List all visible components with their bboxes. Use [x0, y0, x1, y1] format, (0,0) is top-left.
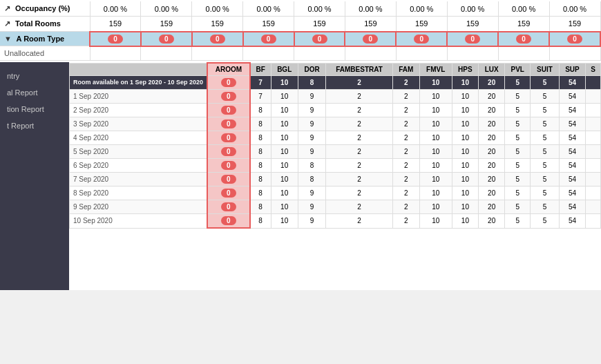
date-cell: 3 Sep 2020: [70, 117, 208, 131]
data-cell: 10: [419, 159, 452, 173]
data-cell: 10: [452, 90, 479, 104]
aroom-cell-8: 0: [447, 32, 498, 46]
sidebar-item-tion-report[interactable]: tion Report: [0, 101, 69, 117]
data-cell: 2: [392, 186, 419, 200]
aroom-cell-4: 0: [243, 32, 294, 46]
data-cell: 10: [452, 173, 479, 186]
aroom-cell-9: 0: [498, 32, 549, 46]
data-cell: 9: [298, 214, 326, 229]
data-cell: 10: [419, 90, 452, 104]
data-cell: 10: [271, 131, 298, 145]
data-cell: 10: [419, 104, 452, 117]
data-cell: 5: [505, 186, 531, 200]
data-cell: 10: [271, 117, 298, 131]
data-cell: 10: [452, 186, 479, 200]
arrow-icon: ↗: [4, 4, 10, 13]
aroom-data-cell: 0: [207, 104, 250, 117]
data-cell: 10: [271, 145, 298, 159]
aroom-label: ▼ A Room Type: [0, 32, 90, 46]
aroom-data-cell: 0: [207, 200, 250, 214]
sidebar: ntry al Report tion Report t Report: [0, 62, 69, 290]
date-cell: 5 Sep 2020: [70, 145, 208, 159]
table-row: 9 Sep 202008109221010205554: [70, 200, 601, 214]
table-row: 4 Sep 202008109221010205554: [70, 131, 601, 145]
data-cell: 8: [250, 186, 271, 200]
table-row: 1 Sep 202007109221010205554: [70, 90, 601, 104]
data-cell: 8: [298, 159, 326, 173]
data-cell: 9: [298, 200, 326, 214]
date-cell: 9 Sep 2020: [70, 200, 208, 214]
aroom-cell-7: 0: [396, 32, 447, 46]
main-table: AROOM BF BGL DOR FAMBESTRAT FAM FMVL HPS…: [69, 62, 601, 229]
sub-header-row: Room available on 1 Sep 2020 - 10 Sep 20…: [70, 76, 601, 90]
sub-header-aroom: 0: [207, 76, 250, 90]
data-cell: 9: [298, 90, 326, 104]
total-rooms-label: ↗ Total Rooms: [0, 17, 90, 32]
data-cell: 20: [479, 173, 505, 186]
data-cell: 20: [479, 214, 505, 229]
table-row: 10 Sep 202008109221010205554: [70, 214, 601, 229]
data-cell: 10: [452, 200, 479, 214]
data-cell: 20: [479, 200, 505, 214]
unallocated-label: Unallocated: [0, 46, 90, 61]
aroom-cell-10: 0: [549, 32, 600, 46]
aroom-data-cell: 0: [207, 117, 250, 131]
date-cell: 8 Sep 2020: [70, 186, 208, 200]
data-cell: 2: [326, 117, 392, 131]
data-cell: 10: [419, 173, 452, 186]
data-cell: 54: [559, 145, 586, 159]
data-cell: 5: [505, 200, 531, 214]
arrow-icon-2: ↗: [4, 19, 10, 28]
aroom-cell-1: 0: [90, 32, 141, 46]
sidebar-item-t-report[interactable]: t Report: [0, 117, 69, 134]
date-cell: 10 Sep 2020: [70, 214, 208, 229]
data-cell: 5: [505, 117, 531, 131]
data-cell: 5: [505, 104, 531, 117]
table-row: 3 Sep 202008109221010205554: [70, 117, 601, 131]
data-cell: 9: [298, 104, 326, 117]
data-cell: 2: [326, 159, 392, 173]
data-cell: 5: [505, 173, 531, 186]
data-cell: 2: [326, 214, 392, 229]
data-cell: 5: [531, 173, 559, 186]
aroom-cell-2: 0: [141, 32, 192, 46]
data-cell: 10: [452, 145, 479, 159]
data-cell: 20: [479, 159, 505, 173]
data-cell: 54: [559, 104, 586, 117]
aroom-data-cell: 0: [207, 145, 250, 159]
data-cell: 5: [531, 159, 559, 173]
data-cell: 10: [452, 159, 479, 173]
data-cell: 10: [271, 173, 298, 186]
data-cell: 54: [559, 186, 586, 200]
aroom-cell-3: 0: [192, 32, 243, 46]
sidebar-item-ntry[interactable]: ntry: [0, 68, 69, 84]
bottom-section: ntry al Report tion Report t Report AROO…: [0, 62, 601, 290]
date-cell: 4 Sep 2020: [70, 131, 208, 145]
data-cell: 5: [531, 104, 559, 117]
data-cell: 10: [419, 186, 452, 200]
data-cell: 5: [531, 145, 559, 159]
data-cell: 2: [326, 145, 392, 159]
data-cell: 54: [559, 117, 586, 131]
aroom-data-cell: 0: [207, 159, 250, 173]
top-table: ↗ Occupancy (%) 0.00 % 0.00 % 0.00 % 0.0…: [0, 1, 601, 61]
aroom-data-cell: 0: [207, 173, 250, 186]
data-cell: 10: [271, 90, 298, 104]
data-cell: 2: [392, 104, 419, 117]
data-cell: 5: [531, 90, 559, 104]
data-cell: 7: [250, 90, 271, 104]
table-row: 7 Sep 202008108221010205554: [70, 173, 601, 186]
data-cell: 5: [531, 186, 559, 200]
data-cell: 8: [298, 173, 326, 186]
data-cell: 2: [326, 186, 392, 200]
data-cell: 5: [505, 90, 531, 104]
data-cell: 2: [326, 90, 392, 104]
aroom-data-cell: 0: [207, 214, 250, 229]
data-cell: 2: [392, 214, 419, 229]
data-cell: 2: [392, 159, 419, 173]
data-cell: 5: [531, 200, 559, 214]
data-cell: 20: [479, 104, 505, 117]
data-cell: 54: [559, 173, 586, 186]
data-cell: 5: [531, 131, 559, 145]
sidebar-item-al-report[interactable]: al Report: [0, 84, 69, 101]
